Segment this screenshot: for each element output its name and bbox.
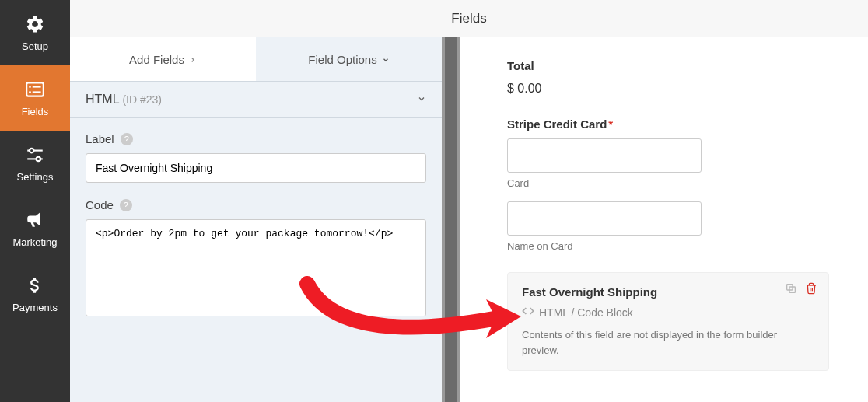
name-sublabel: Name on Card (507, 240, 829, 252)
svg-point-6 (30, 148, 33, 152)
tab-add-fields[interactable]: Add Fields (70, 37, 256, 81)
svg-rect-4 (33, 91, 41, 93)
panel-divider[interactable] (442, 37, 460, 402)
html-block-desc: Contents of this field are not displayed… (522, 327, 814, 358)
gear-icon (25, 14, 45, 34)
sidebar-item-label: Fields (22, 106, 49, 117)
tab-field-options[interactable]: Field Options (256, 37, 442, 81)
sidebar-item-fields[interactable]: Fields (0, 65, 70, 131)
sidebar-item-label: Payments (12, 302, 58, 313)
field-type-name: HTML (86, 93, 119, 106)
html-block-title: Fast Overnight Shipping (522, 285, 814, 299)
help-icon[interactable]: ? (120, 199, 132, 211)
svg-point-8 (37, 156, 40, 160)
svg-rect-3 (33, 86, 41, 87)
help-icon[interactable]: ? (121, 133, 133, 145)
dollar-icon (25, 275, 45, 295)
page-title: Fields (70, 0, 868, 37)
sidebar-item-settings[interactable]: Settings (0, 131, 70, 196)
svg-point-1 (29, 86, 31, 88)
sidebar-item-label: Setup (22, 40, 48, 52)
label-input[interactable] (86, 153, 426, 183)
svg-point-2 (29, 90, 31, 93)
sidebar-item-label: Settings (17, 171, 54, 183)
total-value: $ 0.00 (507, 82, 829, 96)
sidebar-item-setup[interactable]: Setup (0, 0, 70, 65)
bullhorn-icon (25, 210, 45, 230)
label-field-label: Label (86, 132, 114, 145)
total-label: Total (507, 59, 829, 72)
sliders-icon (25, 145, 45, 165)
stripe-label: Stripe Credit Card* (507, 117, 829, 131)
field-options-panel: Add Fields Field Options HTML (70, 37, 442, 402)
sidebar-item-marketing[interactable]: Marketing (0, 196, 70, 261)
field-header-toggle[interactable]: HTML (ID #23) (70, 81, 442, 118)
card-input[interactable] (507, 138, 702, 173)
chevron-down-icon (417, 93, 426, 107)
chevron-right-icon (189, 53, 197, 66)
form-preview: Total $ 0.00 Stripe Credit Card* Card Na… (460, 37, 868, 402)
name-on-card-input[interactable] (507, 201, 702, 236)
code-field-label: Code (86, 198, 114, 211)
trash-icon[interactable] (805, 282, 817, 298)
sidebar-item-payments[interactable]: Payments (0, 261, 70, 327)
html-block-type: HTML / Code Block (539, 306, 633, 319)
chevron-down-icon (382, 53, 390, 66)
field-id: (ID #23) (122, 93, 162, 106)
list-icon (25, 79, 45, 100)
duplicate-icon[interactable] (785, 282, 797, 298)
code-icon (522, 305, 534, 320)
sidebar: Setup Fields Settings Marketing Payments (0, 0, 70, 402)
card-sublabel: Card (507, 177, 829, 189)
html-block[interactable]: Fast Overnight Shipping HTML / Code Bloc… (507, 272, 829, 371)
svg-rect-0 (26, 82, 44, 96)
sidebar-item-label: Marketing (12, 236, 57, 248)
code-textarea[interactable]: <p>Order by 2pm to get your package tomo… (86, 219, 426, 316)
